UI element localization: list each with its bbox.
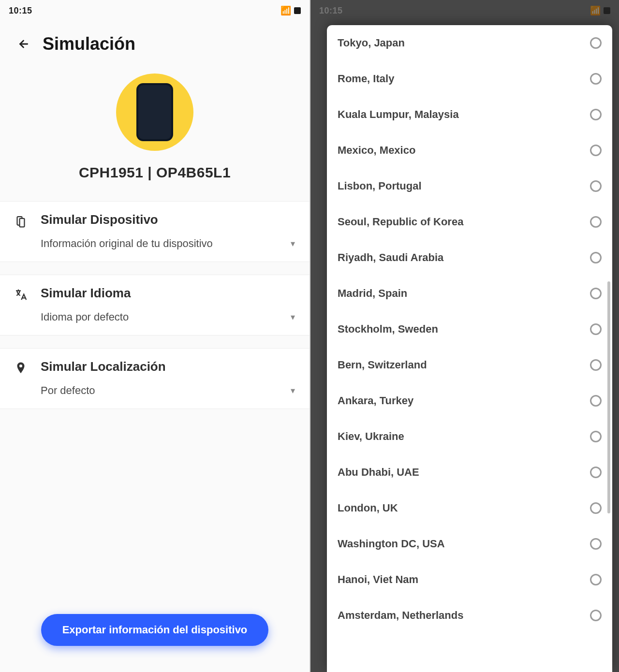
location-select-value: Por defecto xyxy=(41,384,95,397)
language-select-value: Idioma por defecto xyxy=(41,311,129,323)
export-button-label: Exportar información del dispositivo xyxy=(62,624,248,636)
location-option[interactable]: Stockholm, Sweden xyxy=(327,311,612,347)
radio-icon[interactable] xyxy=(590,359,602,371)
status-time: 10:15 xyxy=(9,6,32,16)
radio-icon[interactable] xyxy=(590,323,602,335)
radio-icon[interactable] xyxy=(590,502,602,514)
location-label: Rome, Italy xyxy=(338,73,394,85)
pin-icon xyxy=(12,359,30,378)
radio-icon[interactable] xyxy=(590,610,602,621)
card-sim-location: Simular Localización Por defecto ▾ xyxy=(0,348,310,409)
chevron-down-icon: ▾ xyxy=(291,238,295,249)
radio-icon[interactable] xyxy=(590,288,602,299)
avatar xyxy=(116,73,193,151)
device-select-value: Información original de tu dispositivo xyxy=(41,237,213,250)
location-list[interactable]: Tokyo, JapanRome, ItalyKuala Lumpur, Mal… xyxy=(327,25,612,672)
language-select[interactable]: Idioma por defecto ▾ xyxy=(41,311,298,323)
radio-icon[interactable] xyxy=(590,180,602,192)
export-device-info-button[interactable]: Exportar información del dispositivo xyxy=(41,614,268,646)
location-option[interactable]: Mexico, Mexico xyxy=(327,132,612,168)
location-option[interactable]: Hanoi, Viet Nam xyxy=(327,562,612,598)
location-label: Washington DC, USA xyxy=(338,538,445,550)
radio-icon[interactable] xyxy=(590,431,602,442)
device-profile: CPH1951 | OP4B65L1 xyxy=(0,73,310,185)
page-title: Simulación xyxy=(43,34,135,54)
location-option[interactable]: Lisbon, Portugal xyxy=(327,168,612,204)
location-label: Riyadh, Saudi Arabia xyxy=(338,251,443,264)
status-bar: 10:15 📶 xyxy=(0,0,310,21)
screen-simulation: 10:15 📶 Simulación CPH1951 | OP4B65L1 xyxy=(0,0,310,672)
location-label: Seoul, Republic of Korea xyxy=(338,216,463,228)
radio-icon[interactable] xyxy=(590,73,602,85)
location-label: Tokyo, Japan xyxy=(338,37,405,49)
location-option[interactable]: Kuala Lumpur, Malaysia xyxy=(327,97,612,132)
location-option[interactable]: Rome, Italy xyxy=(327,61,612,97)
location-option[interactable]: Madrid, Spain xyxy=(327,276,612,311)
location-option[interactable]: London, UK xyxy=(327,490,612,526)
translate-icon xyxy=(12,286,30,304)
location-option[interactable]: Riyadh, Saudi Arabia xyxy=(327,240,612,276)
settings-cards: Simular Dispositivo Información original… xyxy=(0,201,310,409)
chevron-down-icon: ▾ xyxy=(291,312,295,322)
location-label: Madrid, Spain xyxy=(338,287,407,300)
status-icons: 📶 xyxy=(280,5,301,16)
device-icon xyxy=(136,83,173,141)
location-label: Stockholm, Sweden xyxy=(338,323,438,336)
radio-icon[interactable] xyxy=(590,252,602,263)
location-label: Lisbon, Portugal xyxy=(338,180,422,192)
location-option[interactable]: Ankara, Turkey xyxy=(327,383,612,419)
screen-location-picker: 10:15 📶 Tokyo, JapanRome, ItalyKuala Lum… xyxy=(310,0,619,672)
location-option[interactable]: Kiev, Ukraine xyxy=(327,419,612,454)
radio-icon[interactable] xyxy=(590,395,602,407)
location-label: Kuala Lumpur, Malaysia xyxy=(338,108,459,121)
location-label: Kiev, Ukraine xyxy=(338,430,404,443)
chevron-down-icon: ▾ xyxy=(291,385,295,396)
card-title: Simular Localización xyxy=(41,359,298,374)
location-option[interactable]: Washington DC, USA xyxy=(327,526,612,562)
card-sim-language: Simular Idioma Idioma por defecto ▾ xyxy=(0,275,310,336)
radio-icon[interactable] xyxy=(590,109,602,120)
wifi-icon: 📶 xyxy=(280,5,292,16)
device-swap-icon xyxy=(12,212,30,231)
location-label: Mexico, Mexico xyxy=(338,144,415,157)
battery-icon xyxy=(294,7,301,14)
location-option[interactable]: Tokyo, Japan xyxy=(327,25,612,61)
location-sheet: Tokyo, JapanRome, ItalyKuala Lumpur, Mal… xyxy=(327,25,612,672)
location-label: London, UK xyxy=(338,502,398,514)
device-select[interactable]: Información original de tu dispositivo ▾ xyxy=(41,237,298,250)
location-label: Ankara, Turkey xyxy=(338,394,413,407)
radio-icon[interactable] xyxy=(590,37,602,49)
location-option[interactable]: Abu Dhabi, UAE xyxy=(327,454,612,490)
location-select[interactable]: Por defecto ▾ xyxy=(41,384,298,397)
card-title: Simular Dispositivo xyxy=(41,212,298,227)
location-label: Amsterdam, Netherlands xyxy=(338,609,463,622)
location-label: Abu Dhabi, UAE xyxy=(338,466,419,479)
back-button[interactable] xyxy=(14,36,30,52)
location-option[interactable]: Bern, Switzerland xyxy=(327,347,612,383)
scrollbar[interactable] xyxy=(607,281,610,513)
svg-rect-2 xyxy=(20,219,25,227)
radio-icon[interactable] xyxy=(590,538,602,550)
radio-icon[interactable] xyxy=(590,216,602,228)
location-option[interactable]: Amsterdam, Netherlands xyxy=(327,598,612,633)
page-header: Simulación xyxy=(0,21,310,69)
radio-icon[interactable] xyxy=(590,467,602,478)
radio-icon[interactable] xyxy=(590,145,602,156)
location-option[interactable]: Seoul, Republic of Korea xyxy=(327,204,612,240)
card-sim-device: Simular Dispositivo Información original… xyxy=(0,201,310,262)
location-label: Bern, Switzerland xyxy=(338,359,427,371)
location-label: Hanoi, Viet Nam xyxy=(338,573,418,586)
radio-icon[interactable] xyxy=(590,574,602,585)
device-id: CPH1951 | OP4B65L1 xyxy=(79,164,231,181)
card-title: Simular Idioma xyxy=(41,286,298,301)
